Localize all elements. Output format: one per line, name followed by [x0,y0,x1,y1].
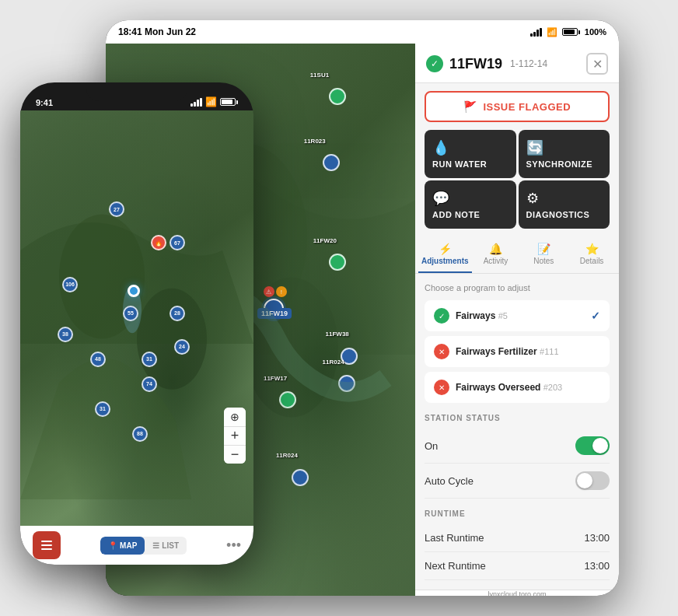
tab-activity[interactable]: 🔔 Activity [472,236,520,273]
notes-tab-icon: 📝 [537,243,550,255]
synchronize-button[interactable]: 🔄 SYNCHRONIZE [519,130,610,178]
on-toggle-knob [592,438,608,453]
phone-marker-28[interactable]: 28 [170,306,185,321]
phone-marker-88[interactable]: 88 [132,426,148,442]
panel-title-row: ✓ 11FW19 1-112-14 [426,55,547,72]
last-runtime-row: Last Runtime 13:00 [425,524,610,552]
phone-marker-31[interactable]: 31 [142,352,157,367]
tablet-battery: 100% [585,27,606,37]
auto-cycle-row: Auto Cycle [425,464,610,499]
next-runtime-value: 13:00 [584,560,610,572]
tab-notes[interactable]: 📝 Notes [519,236,568,273]
signal-bars [530,28,542,37]
phone-bottom-bar: 📍 MAP ☰ LIST ••• [20,526,253,565]
synchronize-label: SYNCHRONIZE [526,159,593,169]
panel-header: ✓ 11FW19 1-112-14 ✕ [415,44,619,83]
station-status-header: STATION STATUS [425,414,610,422]
phone-compass-icon[interactable]: ⊕ [224,408,246,426]
program-icon-overseed: ✕ [434,380,449,395]
phone-tab-list[interactable]: ☰ LIST [145,537,187,555]
program-icon-fertilizer: ✕ [434,344,449,359]
tab-adjustments[interactable]: ⚡ Adjustments [418,236,472,273]
last-runtime-label: Last Runtime [425,532,484,544]
notes-tab-label: Notes [533,257,554,265]
tablet-url: lynxcloud.toro.com [488,590,546,596]
phone-marker-106[interactable]: 106 [62,277,78,292]
program-name-overseed: Fairways Overseed #203 [456,382,600,393]
phone-marker-55[interactable]: 55 [123,306,138,321]
scene: 18:41 Mon Jun 22 📶 100% [5,5,673,611]
phone-signal-bars [190,98,202,107]
phone-more-icon[interactable]: ••• [226,537,241,554]
issue-flagged-button[interactable]: 🚩 ISSUE FLAGGED [425,91,610,122]
phone-marker-24[interactable]: 24 [174,339,190,355]
tablet-bottom-bar: lynxcloud.toro.com [415,590,619,596]
tablet-status-bar: 18:41 Mon Jun 22 📶 100% [106,20,619,44]
panel-subtitle: 1-112-14 [510,58,547,69]
hamburger-button[interactable] [33,531,61,559]
choose-program-text: Choose a program to adjust [425,283,610,292]
last-runtime-value: 13:00 [584,532,610,544]
phone-marker-74[interactable]: 74 [142,376,157,392]
activity-tab-label: Activity [484,257,508,265]
diagnostics-label: DIAGNOSTICS [526,210,590,219]
auto-cycle-knob [577,473,592,488]
action-grid: 💧 RUN WATER 🔄 SYNCHRONIZE 💬 ADD NOTE ⚙ D… [415,130,619,229]
battery-icon [562,28,580,36]
program-num-fairways: #5 [498,311,508,320]
phone-tab-map[interactable]: 📍 MAP [100,537,145,555]
program-fairways[interactable]: ✓ Fairways #5 ✓ [425,300,610,331]
panel-title: 11FW19 [449,56,502,72]
program-icon-fairways: ✓ [434,308,449,324]
phone-zoom-out-button[interactable]: − [224,445,246,464]
phone-notch [86,82,187,101]
tablet-status-right: 📶 100% [530,27,606,37]
add-note-label: ADD NOTE [432,210,480,219]
phone-map-content[interactable]: 27 🔥 67 106 55 28 38 48 31 24 74 31 88 [20,110,253,526]
program-fairways-fertilizer[interactable]: ✕ Fairways Fertilizer #111 [425,336,610,367]
run-water-button[interactable]: 💧 RUN WATER [425,130,516,178]
phone-wifi-icon: 📶 [205,96,217,107]
program-name-fairways: Fairways #5 [456,310,585,321]
diagnostics-button[interactable]: ⚙ DIAGNOSTICS [519,180,610,229]
on-status-row: On [425,429,610,464]
flag-icon: 🚩 [463,100,477,113]
details-tab-label: Details [580,257,604,265]
phone-time: 9:41 [36,98,53,107]
program-fairways-overseed[interactable]: ✕ Fairways Overseed #203 [425,372,610,403]
close-button[interactable]: ✕ [586,53,608,75]
details-tab-icon: ⭐ [585,243,599,255]
next-runtime-row: Next Runtime 13:00 [425,552,610,580]
on-label: On [425,440,438,452]
tab-details[interactable]: ⭐ Details [568,236,616,273]
adjustments-tab-icon: ⚡ [439,243,452,255]
map-tab-icon: 📍 [108,541,117,550]
program-num-fertilizer: #111 [540,347,558,356]
phone-zoom-controls: ⊕ + − [224,408,246,464]
adjustments-tab-label: Adjustments [421,257,469,265]
on-toggle[interactable] [575,436,610,455]
panel-body: Choose a program to adjust ✓ Fairways #5… [415,274,619,590]
phone-marker-31b[interactable]: 31 [95,401,110,417]
note-icon: 💬 [432,190,449,207]
phone-marker-48[interactable]: 48 [90,352,106,367]
wifi-icon: 📶 [547,27,557,37]
list-tab-label: LIST [162,541,179,550]
run-water-label: RUN WATER [432,159,487,169]
list-tab-icon: ☰ [152,541,159,550]
phone-tab-group: 📍 MAP ☰ LIST [100,537,187,555]
phone-marker-38[interactable]: 38 [58,327,73,342]
phone-battery-icon [220,98,238,106]
auto-cycle-toggle[interactable] [575,471,610,490]
auto-cycle-label: Auto Cycle [425,475,474,487]
diagnostics-icon: ⚙ [526,190,539,207]
sync-icon: 🔄 [526,139,543,156]
add-note-button[interactable]: 💬 ADD NOTE [425,180,516,229]
side-panel: ✓ 11FW19 1-112-14 ✕ 🚩 ISSUE FLAGGED 💧 RU… [415,44,619,596]
tablet-time: 18:41 Mon Jun 22 [118,26,196,37]
tabs: ⚡ Adjustments 🔔 Activity 📝 Notes ⭐ Detai… [415,236,619,274]
phone-zoom-in-button[interactable]: + [224,426,246,445]
program-name-fertilizer: Fairways Fertilizer #111 [456,346,600,357]
program-num-overseed: #203 [543,383,562,392]
next-runtime-label: Next Runtime [425,560,486,572]
